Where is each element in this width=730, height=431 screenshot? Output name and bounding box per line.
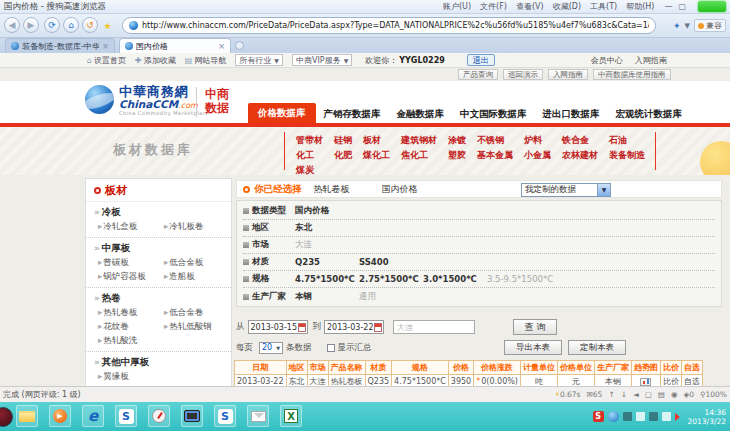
site-nav-link[interactable]: ▤网站导航 xyxy=(185,55,227,66)
sidebar-item[interactable]: ▸花纹卷 xyxy=(98,320,164,334)
action-center-flag-icon[interactable] xyxy=(675,413,680,421)
sogou-taskbar-icon[interactable]: S xyxy=(115,405,137,427)
category-link[interactable]: 装备制造 xyxy=(609,149,645,162)
sidebar-item[interactable]: ▸普碳板 xyxy=(98,256,164,270)
filter-value[interactable]: 东北 xyxy=(295,222,359,234)
sidebar-item[interactable]: ▸翼缘板 xyxy=(98,370,164,384)
category-link[interactable]: 涂镀 xyxy=(448,134,466,147)
speaker-icon[interactable]: ◄ xyxy=(633,390,639,399)
sidebar-item[interactable]: ▸热轧酸洗 xyxy=(98,334,164,348)
site-nav-tab[interactable]: 价格数据库 xyxy=(248,103,316,123)
sidebar-item[interactable]: ▸低合金卷 xyxy=(164,306,226,320)
box-icon[interactable]: ▢ xyxy=(645,390,652,399)
table-header[interactable]: 趋势图 xyxy=(631,361,660,375)
menu-item[interactable]: 账户(U) xyxy=(443,1,471,12)
category-link[interactable]: 小金属 xyxy=(524,149,551,162)
category-link[interactable]: 管带材 xyxy=(296,134,323,147)
category-link[interactable]: 铁合金 xyxy=(562,134,598,147)
set-home-link[interactable]: ⌂设置首页 xyxy=(87,55,126,66)
table-header[interactable]: 自选 xyxy=(681,361,702,375)
input-method-icon[interactable] xyxy=(636,412,645,421)
filter-value[interactable]: 本钢 xyxy=(295,291,359,303)
browser-tab[interactable]: 国内价格× xyxy=(119,38,231,53)
favorites-star-icon[interactable]: ★ xyxy=(101,19,114,32)
calendar-icon[interactable] xyxy=(374,323,382,332)
table-header[interactable]: 材质 xyxy=(365,361,392,375)
sidebar-section-title[interactable]: »中厚板 xyxy=(86,240,231,256)
table-header[interactable]: 生产厂家 xyxy=(594,361,631,375)
compat-mode-button[interactable]: 兼容 xyxy=(694,19,726,32)
calendar-icon[interactable] xyxy=(298,323,306,332)
category-link[interactable]: 煤炭 xyxy=(296,164,323,175)
menu-item[interactable]: 文件(F) xyxy=(480,1,507,12)
quick-link-button[interactable]: 入网指南 xyxy=(548,69,588,80)
panel-icon[interactable]: ▤ xyxy=(658,390,665,399)
date-to-input[interactable]: 2013-03-22 xyxy=(324,320,384,334)
browser-tab[interactable]: 装备制造-数据库-中华商...× xyxy=(5,38,115,53)
filter-value[interactable]: 大连 xyxy=(295,239,359,251)
display-taskbar-icon[interactable] xyxy=(181,405,203,427)
industry-select[interactable]: 所有行业▼ xyxy=(235,54,283,66)
sidebar-item[interactable]: ▸冷轧盒板 xyxy=(98,220,164,234)
category-link[interactable]: 建筑钢材 xyxy=(401,134,437,147)
trend-chart-icon[interactable] xyxy=(640,378,651,386)
dropdown-caret-icon[interactable]: ▼ xyxy=(685,22,690,30)
menu-item[interactable]: 收藏(D) xyxy=(553,1,581,12)
filter-value[interactable]: SS400 xyxy=(359,257,423,267)
summary-checkbox[interactable] xyxy=(327,344,335,352)
category-link[interactable]: 塑胶 xyxy=(448,149,466,162)
ie-taskbar-icon[interactable]: e xyxy=(82,405,104,427)
filter-value[interactable]: 通用 xyxy=(359,291,423,303)
sidebar-section-title[interactable]: »冷板 xyxy=(86,204,231,220)
tab-close-icon[interactable]: × xyxy=(218,42,225,51)
eye-icon[interactable]: ◉ xyxy=(671,390,678,399)
excel-taskbar-icon[interactable]: X xyxy=(280,405,302,427)
quick-link-button[interactable]: 产品查询 xyxy=(458,69,498,80)
compare-link[interactable]: 比价 xyxy=(660,375,681,387)
network-globe-icon[interactable] xyxy=(608,411,619,422)
member-center-link[interactable]: 会员中心 xyxy=(591,55,623,66)
site-nav-tab[interactable]: 进出口数据库 xyxy=(535,105,608,123)
menu-item[interactable]: 帮助(H) xyxy=(626,1,654,12)
taskbar-clock[interactable]: 14:36 2013/3/22 xyxy=(684,408,726,426)
table-header[interactable]: 地区 xyxy=(286,361,307,375)
sogou-taskbar-icon[interactable]: S xyxy=(214,405,236,427)
sidebar-item[interactable]: ▸低合金板 xyxy=(164,256,226,270)
table-header[interactable]: 产品名称 xyxy=(328,361,365,375)
sidebar-item[interactable]: ▸冷轧板卷 xyxy=(164,220,226,234)
table-header[interactable]: 市场 xyxy=(307,361,328,375)
table-header[interactable]: 价格单位 xyxy=(557,361,594,375)
quick-link-button[interactable]: 巡回演示 xyxy=(503,69,543,80)
filter-value[interactable]: 国内价格 xyxy=(295,205,359,217)
add-favorite-link[interactable]: ✚添加收藏 xyxy=(135,55,176,66)
date-from-input[interactable]: 2013-03-15 xyxy=(248,320,308,334)
menu-item[interactable]: 查看(V) xyxy=(516,1,544,12)
category-link[interactable]: 板材 xyxy=(363,134,390,147)
restore-icon[interactable]: ▢ xyxy=(678,3,686,11)
export-table-button[interactable]: 导出本表 xyxy=(504,340,562,355)
market-input[interactable]: 大连 xyxy=(393,320,475,334)
table-header[interactable]: 计量单位 xyxy=(520,361,557,375)
back-icon[interactable]: ◀ xyxy=(4,17,20,33)
network-guide-link[interactable]: 入网指南 xyxy=(635,55,667,66)
filter-value[interactable]: 4.75*1500*C xyxy=(295,274,359,284)
table-header[interactable]: 价格涨跌 xyxy=(474,361,521,375)
url-text[interactable]: http://www.chinaccm.com/PriceData/PriceD… xyxy=(142,21,649,30)
filter-value[interactable]: Q235 xyxy=(295,257,359,267)
quick-link-button[interactable]: 中商数据库使用指南 xyxy=(593,69,671,80)
forward-icon[interactable]: ▶ xyxy=(23,17,39,33)
address-bar[interactable]: http://www.chinaccm.com/PriceData/PriceD… xyxy=(122,17,656,34)
site-nav-tab[interactable]: 金融数据库 xyxy=(389,105,453,123)
minimize-icon[interactable]: — xyxy=(664,3,672,11)
per-page-select[interactable]: 20▼ xyxy=(259,342,283,354)
category-link[interactable]: 焦化工 xyxy=(401,149,437,162)
search-button[interactable]: 查 询 xyxy=(513,319,557,335)
watchlist-link[interactable]: 自选 xyxy=(681,375,702,387)
filter-value[interactable]: 2.75*1500*C xyxy=(359,274,423,284)
category-link[interactable]: 煤化工 xyxy=(363,149,390,162)
sogou-tray-icon[interactable]: S xyxy=(593,411,604,422)
category-link[interactable]: 化肥 xyxy=(334,149,352,162)
category-link[interactable]: 石油 xyxy=(609,134,645,147)
undo-icon[interactable]: ↺ xyxy=(82,17,98,33)
tray-mini-icon[interactable] xyxy=(623,412,632,421)
